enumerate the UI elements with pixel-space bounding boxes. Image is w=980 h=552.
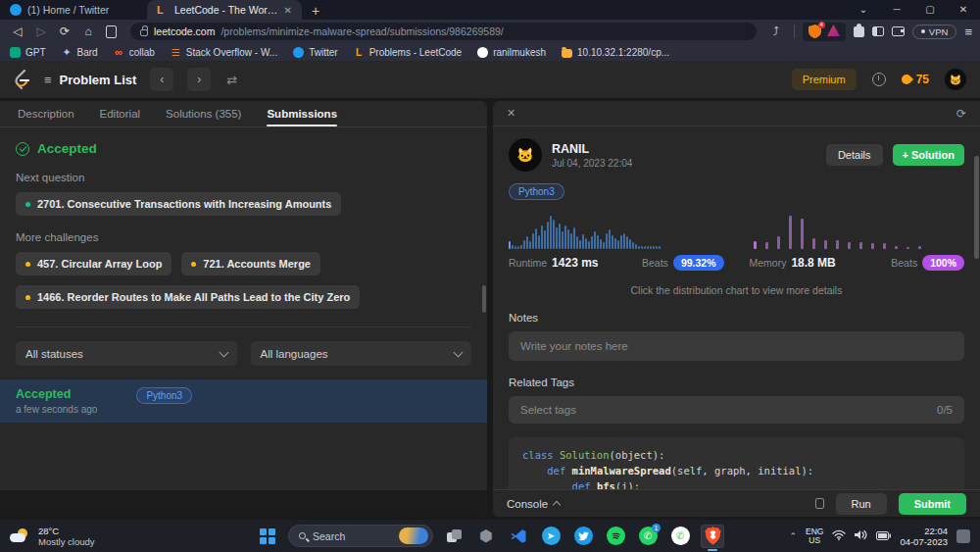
- wifi-icon[interactable]: [832, 529, 846, 543]
- sidebar-toggle-icon[interactable]: [872, 26, 884, 36]
- tab-solutions[interactable]: Solutions (355): [166, 101, 241, 126]
- taskbar-app-spotify[interactable]: [604, 525, 627, 548]
- right-scrollbar[interactable]: [974, 156, 979, 259]
- clipboard-icon[interactable]: [815, 498, 824, 509]
- details-button[interactable]: Details: [826, 144, 883, 166]
- notes-input[interactable]: Write your notes here: [509, 331, 964, 361]
- streak-counter[interactable]: 75: [902, 73, 929, 86]
- taskbar-app-github-desktop[interactable]: ⬢: [474, 525, 498, 548]
- bookmark-item[interactable]: ☰Stack Overflow - W...: [171, 47, 277, 58]
- histogram-bar: [632, 242, 634, 249]
- window-maximize-icon[interactable]: ▢: [913, 0, 947, 20]
- language-filter-dropdown[interactable]: All languages: [251, 341, 472, 366]
- wallet-icon[interactable]: [892, 26, 905, 36]
- taskbar-search[interactable]: Search: [288, 525, 433, 547]
- console-toggle[interactable]: Console: [507, 498, 560, 510]
- prev-problem-button[interactable]: ‹: [150, 68, 173, 91]
- vpn-dot-icon: [921, 29, 925, 33]
- browser-tab-leetcode[interactable]: L LeetCode - The World's Leading ✕: [147, 0, 302, 20]
- triangle-extension-icon[interactable]: [827, 25, 840, 39]
- bookmark-item[interactable]: LProblems - LeetCode: [354, 47, 463, 58]
- list-icon: ≡: [44, 73, 52, 87]
- taskbar-app-whatsapp[interactable]: ✆1: [636, 525, 660, 548]
- window-minimize-icon[interactable]: ─: [880, 0, 913, 20]
- taskbar-app-telegram[interactable]: ➤: [539, 525, 563, 548]
- bookmark-item[interactable]: ∞collab: [114, 47, 155, 58]
- bookmark-item[interactable]: GPT: [10, 47, 46, 58]
- submission-row[interactable]: Accepted a few seconds ago Python3: [0, 379, 487, 423]
- language-badge[interactable]: Python3: [509, 183, 564, 200]
- browser-menu-icon[interactable]: ≡: [964, 25, 972, 39]
- address-bar[interactable]: leetcode.com /problems/minimize-malware-…: [130, 23, 757, 40]
- language-indicator[interactable]: ENGUS: [806, 527, 823, 545]
- bookmark-item[interactable]: ranilmukesh: [477, 47, 546, 58]
- taskbar-app-brave[interactable]: [701, 525, 724, 548]
- leetcode-logo-icon[interactable]: [14, 70, 30, 89]
- challenge-chip[interactable]: 457. Circular Array Loop: [16, 252, 172, 276]
- submission-language-badge[interactable]: Python3: [136, 387, 192, 404]
- weather-icon: [10, 528, 31, 544]
- check-icon: [16, 142, 29, 156]
- histogram-bar: [541, 226, 543, 249]
- window-close-icon[interactable]: ✕: [947, 0, 980, 20]
- extensions-puzzle-icon[interactable]: [854, 26, 864, 37]
- refresh-icon[interactable]: ⟳: [956, 107, 966, 121]
- shuffle-icon[interactable]: ⇄: [226, 73, 237, 87]
- adblock-extension-icon[interactable]: 4: [808, 25, 821, 38]
- tray-expand-icon[interactable]: ⌃: [789, 531, 797, 541]
- vpn-button[interactable]: VPN: [912, 25, 957, 39]
- problem-list-nav[interactable]: ≡ Problem List: [44, 73, 136, 87]
- window-chevron-icon[interactable]: ⌄: [847, 0, 880, 20]
- browser-tab-twitter[interactable]: (1) Home / Twitter: [0, 0, 147, 20]
- next-problem-button[interactable]: ›: [187, 68, 211, 91]
- close-icon[interactable]: ✕: [507, 107, 515, 120]
- solution-button[interactable]: + Solution: [893, 144, 964, 166]
- histogram-bar: [547, 222, 549, 249]
- left-scrollbar[interactable]: [482, 285, 486, 313]
- tab-editorial[interactable]: Editorial: [100, 101, 141, 126]
- submit-button[interactable]: Submit: [899, 493, 966, 515]
- tab-submissions[interactable]: Submissions: [267, 101, 337, 126]
- user-avatar[interactable]: 🐱: [945, 69, 966, 90]
- premium-button[interactable]: Premium: [792, 69, 857, 90]
- back-icon[interactable]: ◁: [8, 25, 27, 38]
- challenge-chip[interactable]: 1466. Reorder Routes to Make All Paths L…: [16, 285, 360, 309]
- runtime-histogram[interactable]: [509, 210, 724, 249]
- beats-label: Beats: [642, 257, 668, 269]
- bookmark-item[interactable]: ✦Bard: [62, 47, 98, 58]
- taskbar-app-whatsapp-business[interactable]: ✆: [668, 525, 692, 548]
- timer-icon[interactable]: [872, 73, 886, 86]
- runtime-chart[interactable]: Runtime 1423 ms Beats 99.32%: [509, 210, 724, 271]
- bookmarks-icon[interactable]: [106, 25, 117, 38]
- memory-label: Memory: [750, 257, 787, 269]
- taskbar-app-twitter[interactable]: [571, 525, 595, 548]
- start-button[interactable]: [256, 525, 279, 548]
- weather-widget[interactable]: 28°C Mostly cloudy: [0, 526, 95, 547]
- reload-icon[interactable]: ⟳: [55, 25, 74, 38]
- volume-icon[interactable]: [855, 529, 867, 543]
- submissions-empty-area: [0, 490, 487, 517]
- notifications-icon[interactable]: [956, 529, 970, 543]
- submissions-content: Accepted Next question 2701. Consecutive…: [0, 127, 487, 423]
- bookmark-item[interactable]: Twitter: [293, 47, 337, 58]
- memory-chart[interactable]: Memory 18.8 MB Beats 100%: [750, 210, 965, 271]
- battery-icon[interactable]: [876, 529, 891, 543]
- share-icon[interactable]: ⤴: [766, 25, 786, 38]
- bookmark-item[interactable]: 10.10.32.1:2280/cp...: [562, 47, 669, 58]
- detail-header: ✕ ⟳: [493, 101, 980, 126]
- status-filter-dropdown[interactable]: All statuses: [16, 341, 237, 366]
- clock[interactable]: 22:0404-07-2023: [900, 526, 948, 547]
- new-tab-button[interactable]: +: [302, 2, 329, 20]
- taskbar-app-vscode[interactable]: [507, 525, 530, 548]
- challenge-chip[interactable]: 721. Accounts Merge: [181, 252, 320, 276]
- home-icon[interactable]: ⌂: [78, 25, 98, 38]
- memory-histogram[interactable]: [750, 210, 965, 249]
- next-question-chip[interactable]: 2701. Consecutive Transactions with Incr…: [16, 192, 341, 216]
- forward-icon[interactable]: ▷: [31, 25, 51, 38]
- run-button[interactable]: Run: [836, 493, 887, 515]
- taskbar-app-task-view[interactable]: [442, 525, 466, 548]
- tab-close-icon[interactable]: ✕: [284, 5, 292, 16]
- tags-select[interactable]: Select tags 0/5: [509, 396, 964, 424]
- tab-description[interactable]: Description: [18, 101, 74, 126]
- extension-badge: 4: [818, 22, 825, 28]
